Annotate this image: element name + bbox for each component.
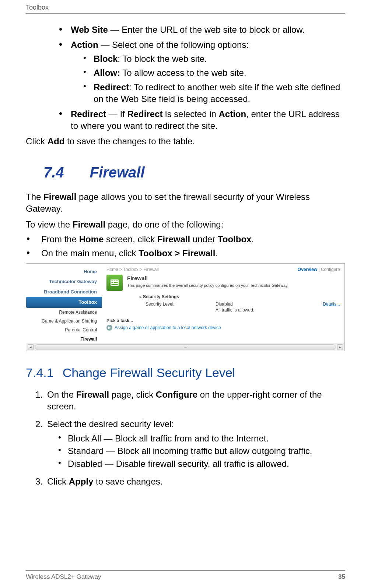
vb-home-pre: From the: [41, 234, 79, 244]
bullet-redirect-field: Redirect — If Redirect is selected in Ac…: [59, 108, 345, 132]
firewall-view-intro: To view the Firewall page, do one of the…: [26, 219, 345, 230]
bullet-redirect-opt: Redirect: To redirect to another web sit…: [83, 81, 345, 105]
svg-rect-5: [113, 282, 118, 284]
s3-pre: Click: [47, 476, 69, 486]
step-1: On the Firewall page, click Configure on…: [35, 389, 345, 413]
allow-text: To allow access to the web site.: [122, 68, 246, 78]
ss-pick-task-link[interactable]: ▶ Assign a game or application to a loca…: [106, 325, 340, 331]
vb-home-post: .: [251, 234, 254, 244]
bullet-block: Block: To block the web site.: [83, 53, 345, 65]
redirect-label: Redirect: [71, 109, 106, 119]
ss-nav-remote[interactable]: Remote Assistance: [26, 308, 102, 317]
bullet-action: Action — Select one of the following opt…: [59, 39, 345, 105]
redirect-b3: Action: [219, 109, 246, 119]
fw-view-post: page, do one of the following:: [105, 219, 223, 229]
ss-pick-task-title: Pick a task...: [106, 318, 340, 324]
ss-configure-tab[interactable]: Configure: [321, 267, 340, 272]
section-heading-firewall: 7.4 Firewall: [43, 162, 345, 182]
section-number: 7.4: [43, 162, 64, 182]
redirect-mid: is selected in: [162, 109, 218, 119]
vb-menu-pre: On the main menu, click: [41, 248, 139, 258]
vb-menu-b1: Toolbox > Firewall: [139, 248, 215, 258]
ss-nav-broadband[interactable]: Broadband Connection: [26, 287, 102, 297]
firewall-screenshot: Home Technicolor Gateway Broadband Conne…: [26, 263, 345, 351]
footer-product-name: Wireless ADSL2+ Gateway: [26, 573, 101, 581]
firewall-intro: The Firewall page allows you to set the …: [26, 191, 345, 215]
svg-rect-0: [111, 280, 118, 285]
arrow-right-icon: ▶: [106, 325, 112, 331]
s1-b1: Firewall: [76, 390, 109, 399]
ss-nav-firewall[interactable]: Firewall: [26, 335, 102, 344]
ss-nav-gateway[interactable]: Technicolor Gateway: [26, 277, 102, 287]
scroll-left-icon[interactable]: ◄: [28, 344, 34, 350]
action-label: Action: [71, 40, 98, 50]
vb-home-b2: Firewall: [157, 234, 190, 244]
click-add-post: to save the changes to the table.: [64, 136, 195, 146]
ss-nav-game[interactable]: Game & Application Sharing: [26, 317, 102, 325]
redirect-opt-label: Redirect: [94, 82, 129, 92]
subsection-title: Change Firewall Security Level: [63, 366, 235, 380]
bullet-allow: Allow: To allow access to the web site.: [83, 67, 345, 79]
redirect-opt-sep: :: [129, 82, 134, 92]
ss-breadcrumb-path: Home > Toolbox > Firewall: [106, 267, 159, 272]
step-2: Select the desired security level: Block…: [35, 418, 345, 470]
ss-details-link[interactable]: Details...: [323, 301, 340, 307]
subsection-heading: 7.4.1Change Firewall Security Level: [26, 365, 345, 381]
action-text: — Select one of the following options:: [98, 40, 249, 50]
redirect-pre: — If: [106, 109, 127, 119]
section-title: Firewall: [90, 162, 145, 182]
vb-home-b1: Home: [79, 234, 104, 244]
web-site-label: Web Site: [71, 25, 108, 35]
view-bullet-home: From the Home screen, click Firewall und…: [26, 233, 345, 245]
allow-label: Allow:: [94, 68, 120, 78]
block-text: To block the web site.: [122, 54, 207, 64]
page-header-title: Toolbox: [26, 3, 49, 12]
ss-fw-desc: This page summarizes the overall securit…: [127, 283, 288, 288]
ss-nav-parental[interactable]: Parental Control: [26, 325, 102, 334]
header-rule: [26, 13, 345, 14]
click-add-pre: Click: [26, 136, 48, 146]
ss-sidebar: Home Technicolor Gateway Broadband Conne…: [26, 264, 102, 344]
ss-fw-title: Firewall: [127, 275, 288, 282]
vb-home-b3: Toolbox: [218, 234, 252, 244]
click-add-paragraph: Click Add to save the changes to the tab…: [26, 135, 345, 147]
scroll-track[interactable]: [35, 344, 336, 350]
vb-menu-post: .: [215, 248, 218, 258]
footer-page-number: 35: [338, 573, 345, 581]
scroll-thumb[interactable]: [35, 344, 336, 350]
ss-nav-home[interactable]: Home: [26, 267, 102, 277]
s2-opt-disabled: Disabled — Disable firewall security, al…: [58, 458, 345, 470]
s3-b: Apply: [69, 476, 94, 486]
s3-post: to save changes.: [93, 476, 162, 486]
ss-horizontal-scrollbar[interactable]: ◄ ►: [26, 344, 344, 351]
ss-pick-task-text: Assign a game or application to a local …: [115, 325, 221, 331]
scroll-right-icon[interactable]: ►: [337, 344, 343, 350]
redirect-b2: Redirect: [127, 109, 162, 119]
block-sep: :: [118, 54, 122, 64]
ss-security-settings-title: Security Settings: [140, 294, 340, 300]
bullet-web-site: Web Site — Enter the URL of the web site…: [59, 24, 345, 36]
s1-mid: page, click: [109, 390, 156, 399]
ss-main: Home > Toolbox > Firewall Overview | Con…: [102, 264, 344, 344]
click-add-b: Add: [48, 136, 65, 146]
vb-home-mid2: under: [190, 234, 218, 244]
ss-security-level-value: Disabled: [216, 301, 289, 307]
fw-intro-pre: The: [26, 192, 43, 202]
subsection-number: 7.4.1: [26, 366, 54, 380]
step-3: Click Apply to save changes.: [35, 476, 345, 487]
s1-b2: Configure: [156, 390, 197, 399]
ss-security-level-desc: All traffic is allowed.: [210, 307, 340, 313]
vb-home-mid: screen, click: [104, 234, 157, 244]
ss-overview-tab[interactable]: Overview: [298, 267, 317, 272]
ss-security-level-label: Security Level:: [146, 301, 204, 307]
fw-view-pre: To view the: [26, 219, 73, 229]
fw-intro-b: Firewall: [43, 192, 76, 202]
ss-nav-toolbox[interactable]: Toolbox: [26, 297, 102, 308]
footer-rule: [26, 570, 345, 571]
s2-text: Select the desired security level:: [47, 419, 174, 429]
s1-pre: On the: [47, 390, 76, 399]
s2-opt-standard: Standard — Block all incoming traffic bu…: [58, 445, 345, 457]
view-bullet-menu: On the main menu, click Toolbox > Firewa…: [26, 247, 345, 259]
block-label: Block: [94, 54, 118, 64]
firewall-icon: [106, 275, 123, 291]
